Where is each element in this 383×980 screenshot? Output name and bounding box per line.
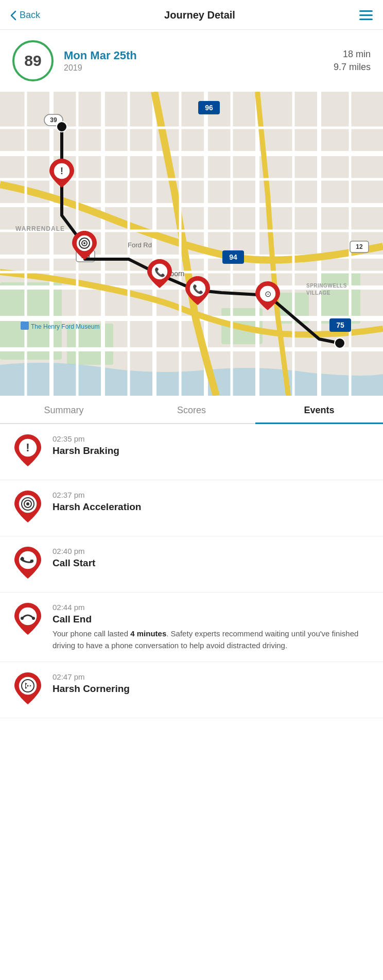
event-time: 02:40 pm [53,547,371,555]
svg-point-68 [26,502,29,505]
hamburger-line [359,10,373,12]
event-content: 02:37 pm Harsh Acceleration [53,491,371,513]
map-svg: 96 94 75 39 12 169 Ford Rd Dearborn WARR… [0,92,383,396]
svg-text:📞: 📞 [154,267,166,278]
journey-date-block: Mon Mar 25th 2019 [64,49,334,73]
event-icon-callend [12,603,43,638]
svg-point-76 [27,685,29,687]
svg-text:⊙: ⊙ [265,290,271,298]
page-title: Journey Detail [164,9,235,21]
event-content: 02:44 pm Call End Your phone call lasted… [53,603,371,651]
back-button[interactable]: Back [10,10,40,21]
event-content: 02:40 pm Call Start [53,547,371,569]
journey-year: 2019 [64,63,334,73]
tabs-bar: Summary Scores Events [0,396,383,424]
journey-date: Mon Mar 25th [64,49,334,62]
event-time: 02:47 pm [53,672,371,681]
svg-point-56 [83,242,85,244]
svg-text:The Henry Ford Museum: The Henry Ford Museum [31,323,99,330]
svg-point-49 [57,122,67,132]
event-content: 02:47 pm Harsh Cornering [53,672,371,695]
event-time: 02:35 pm [53,434,371,443]
svg-text:39: 39 [50,116,57,124]
svg-text:Ford Rd: Ford Rd [128,241,152,249]
journey-duration: 18 min [334,49,371,60]
svg-text:12: 12 [356,243,363,250]
event-icon-acceleration [12,491,43,526]
event-content: 02:35 pm Harsh Braking [53,434,371,457]
svg-text:VILLAGE: VILLAGE [306,290,330,296]
header: Back Journey Detail [0,0,383,30]
svg-text:!: ! [26,441,29,454]
svg-text:SPRINGWELLS: SPRINGWELLS [306,283,347,289]
event-item: ! 02:35 pm Harsh Braking [0,424,383,480]
event-time: 02:37 pm [53,491,371,499]
event-name: Call End [53,614,371,625]
svg-text:!: ! [60,166,63,176]
svg-point-70 [19,607,37,626]
journey-stats: 18 min 9.7 miles [334,49,371,73]
event-name: Harsh Braking [53,445,371,457]
back-label: Back [20,10,40,21]
svg-point-71 [21,617,24,620]
journey-miles: 9.7 miles [334,62,371,73]
event-description: Your phone call lasted 4 minutes. Safety… [53,628,371,651]
event-icon-cornering [12,672,43,707]
journey-info: 89 Mon Mar 25th 2019 18 min 9.7 miles [0,30,383,92]
event-item: 02:44 pm Call End Your phone call lasted… [0,593,383,662]
chevron-left-icon [10,10,16,21]
svg-text:96: 96 [205,104,213,112]
event-name: Harsh Acceleration [53,501,371,513]
tab-scores[interactable]: Scores [128,396,255,423]
event-icon-braking: ! [12,434,43,469]
menu-button[interactable] [359,10,373,20]
tab-summary[interactable]: Summary [0,396,128,423]
svg-rect-47 [21,322,29,330]
event-time: 02:44 pm [53,603,371,612]
map-container[interactable]: 96 94 75 39 12 169 Ford Rd Dearborn WARR… [0,92,383,396]
event-icon-callstart [12,547,43,582]
score-circle: 89 [12,40,54,81]
event-item: 02:47 pm Harsh Cornering [0,662,383,718]
hamburger-line [359,19,373,20]
event-item: 02:37 pm Harsh Acceleration [0,480,383,536]
event-name: Call Start [53,557,371,569]
event-item: 02:40 pm Call Start [0,536,383,593]
svg-text:WARRENDALE: WARRENDALE [15,225,65,232]
svg-point-72 [32,617,35,620]
svg-text:75: 75 [336,321,344,329]
svg-text:📞: 📞 [193,284,204,295]
tab-events[interactable]: Events [255,396,383,423]
event-name: Harsh Cornering [53,683,371,695]
svg-text:94: 94 [229,253,237,261]
events-list: ! 02:35 pm Harsh Braking 02:37 pm Harsh … [0,424,383,718]
svg-point-50 [335,338,345,348]
hamburger-line [359,14,373,16]
score-value: 89 [24,52,41,70]
